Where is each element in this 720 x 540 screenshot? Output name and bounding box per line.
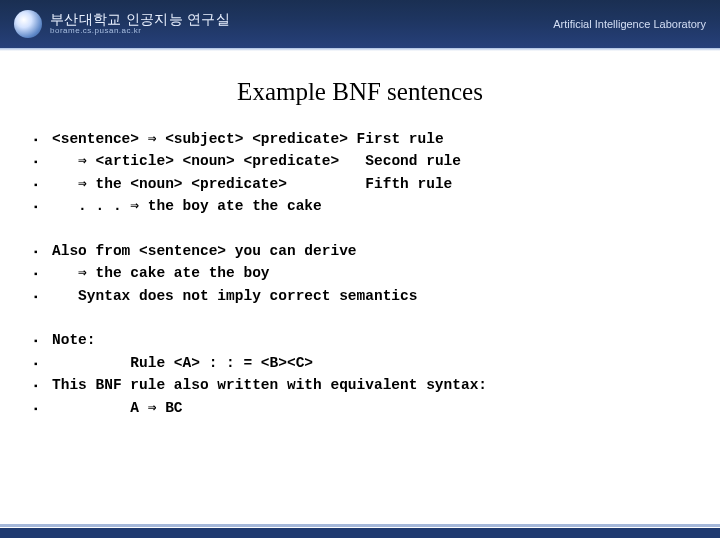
bullet-icon: ▪ [34,128,52,148]
bullet-icon: ▪ [34,262,52,282]
list-item: ▪ . . . ⇒ the boy ate the cake [34,195,686,217]
list-item: ▪ Rule <A> : : = <B><C> [34,352,686,374]
note-block: ▪ Note: ▪ Rule <A> : : = <B><C> ▪ This B… [34,329,686,419]
derivation-block-1: ▪ <sentence> ⇒ <subject> <predicate> Fir… [34,128,686,218]
bullet-icon: ▪ [34,329,52,349]
header-divider [0,48,720,51]
derivation-block-2: ▪ Also from <sentence> you can derive ▪ … [34,240,686,307]
list-item: ▪ ⇒ <article> <noun> <predicate> Second … [34,150,686,172]
list-item: ▪ <sentence> ⇒ <subject> <predicate> Fir… [34,128,686,150]
code-line: Syntax does not imply correct semantics [52,285,417,307]
list-item: ▪ Also from <sentence> you can derive [34,240,686,262]
org-block: 부산대학교 인공지능 연구실 borame.cs.pusan.ac.kr [50,12,230,35]
list-item: ▪ A ⇒ BC [34,397,686,419]
bullet-icon: ▪ [34,240,52,260]
header-bar: 부산대학교 인공지능 연구실 borame.cs.pusan.ac.kr Art… [0,0,720,48]
bullet-icon: ▪ [34,352,52,372]
code-line: A ⇒ BC [52,397,183,419]
slide-title: Example BNF sentences [0,78,720,106]
bullet-icon: ▪ [34,374,52,394]
code-line: ⇒ <article> <noun> <predicate> Second ru… [52,150,461,172]
bullet-icon: ▪ [34,173,52,193]
list-item: ▪ This BNF rule also written with equiva… [34,374,686,396]
code-line: ⇒ the <noun> <predicate> Fifth rule [52,173,452,195]
org-url: borame.cs.pusan.ac.kr [50,27,230,35]
bullet-icon: ▪ [34,150,52,170]
code-line: . . . ⇒ the boy ate the cake [52,195,322,217]
footer-bar [0,524,720,540]
content-area: ▪ <sentence> ⇒ <subject> <predicate> Fir… [0,128,720,419]
header-left: 부산대학교 인공지능 연구실 borame.cs.pusan.ac.kr [14,10,230,38]
list-item: ▪ ⇒ the <noun> <predicate> Fifth rule [34,173,686,195]
code-line: Also from <sentence> you can derive [52,240,357,262]
globe-logo-icon [14,10,42,38]
list-item: ▪ ⇒ the cake ate the boy [34,262,686,284]
code-line: ⇒ the cake ate the boy [52,262,270,284]
code-line: Rule <A> : : = <B><C> [52,352,313,374]
footer-band [0,528,720,538]
list-item: ▪ Syntax does not imply correct semantic… [34,285,686,307]
list-item: ▪ Note: [34,329,686,351]
bullet-icon: ▪ [34,397,52,417]
code-line: <sentence> ⇒ <subject> <predicate> First… [52,128,444,150]
code-line: This BNF rule also written with equivale… [52,374,487,396]
footer-accent [0,524,720,527]
code-line: Note: [52,329,96,351]
org-name: 부산대학교 인공지능 연구실 [50,12,230,27]
bullet-icon: ▪ [34,195,52,215]
slide: 부산대학교 인공지능 연구실 borame.cs.pusan.ac.kr Art… [0,0,720,540]
bullet-icon: ▪ [34,285,52,305]
lab-name: Artificial Intelligence Laboratory [553,18,706,30]
